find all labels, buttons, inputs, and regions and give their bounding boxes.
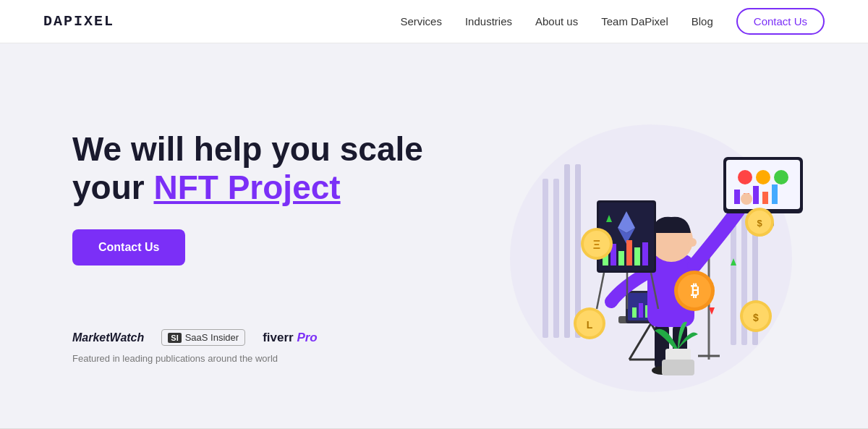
marketwatch-logo: MarketWatch	[72, 331, 144, 344]
svg-point-41	[741, 193, 752, 205]
svg-point-33	[738, 170, 752, 184]
header: DAPIXEL Services Industries About us Tea…	[0, 0, 868, 43]
logo: DAPIXEL	[43, 13, 114, 30]
publication-logos: MarketWatch SI SaaS Insider fiverr Pro	[72, 329, 423, 346]
svg-rect-40	[772, 184, 778, 204]
svg-rect-2	[553, 179, 559, 338]
nav-team-dapixel[interactable]: Team DaPixel	[601, 15, 668, 27]
svg-rect-39	[762, 192, 768, 204]
navigation: Services Industries About us Team DaPixe…	[400, 8, 825, 35]
hero-title-highlight: NFT Project	[153, 169, 340, 206]
nav-industries[interactable]: Industries	[465, 15, 512, 27]
svg-text:$: $	[753, 312, 759, 323]
nav-blog[interactable]: Blog	[692, 15, 713, 27]
illustration-svg: ₿ Ξ L $ $	[485, 99, 817, 396]
logo-text: DAPIXEL	[43, 13, 114, 30]
hero-illustration: ₿ Ξ L $ $	[477, 95, 825, 399]
hero-title: We will help you scale your NFT Project	[72, 130, 423, 207]
svg-rect-3	[564, 164, 570, 338]
svg-text:$: $	[757, 218, 762, 229]
svg-text:Ξ: Ξ	[593, 239, 600, 251]
svg-point-34	[756, 170, 770, 184]
saas-insider-logo: SI SaaS Insider	[161, 329, 245, 346]
svg-rect-36	[734, 190, 740, 204]
hero-contact-button[interactable]: Contact Us	[72, 229, 185, 266]
fiverr-logo: fiverr Pro	[263, 331, 318, 345]
svg-rect-14	[632, 307, 637, 318]
hero-content: We will help you scale your NFT Project …	[72, 130, 423, 365]
nav-about-us[interactable]: About us	[535, 15, 578, 27]
nav-services[interactable]: Services	[400, 15, 442, 27]
svg-point-35	[774, 170, 788, 184]
nav-contact-button[interactable]: Contact Us	[736, 8, 825, 35]
svg-rect-15	[639, 303, 643, 318]
svg-text:L: L	[587, 319, 593, 331]
svg-text:₿: ₿	[691, 281, 699, 300]
svg-point-30	[688, 238, 697, 247]
hero-section: We will help you scale your NFT Project …	[0, 43, 868, 429]
svg-rect-1	[542, 179, 548, 338]
svg-rect-38	[753, 186, 759, 204]
svg-rect-51	[626, 240, 632, 266]
pub-caption: Featured in leading publications around …	[72, 353, 423, 364]
svg-rect-53	[642, 242, 648, 266]
svg-rect-75	[662, 360, 694, 375]
svg-rect-50	[618, 251, 624, 266]
svg-rect-52	[634, 247, 640, 266]
publications: MarketWatch SI SaaS Insider fiverr Pro F…	[72, 329, 423, 364]
